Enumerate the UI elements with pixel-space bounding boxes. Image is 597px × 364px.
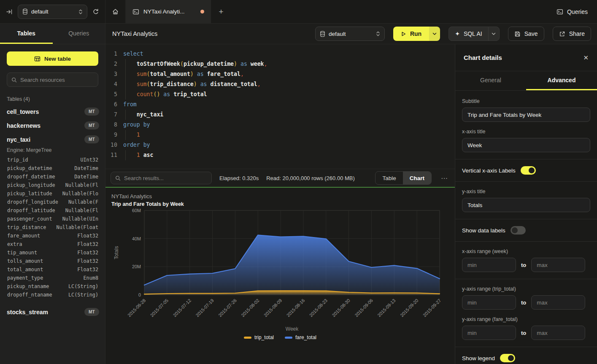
vertical-x-labels-row: Vertical x-axis Labels bbox=[462, 166, 590, 175]
terminal-icon bbox=[132, 8, 139, 15]
line-number: 11 bbox=[105, 150, 123, 160]
panel-title: Chart details bbox=[464, 54, 502, 61]
table-row-cell_towers[interactable]: cell_towersMT bbox=[0, 105, 105, 119]
table-row-hackernews[interactable]: hackernewsMT bbox=[0, 119, 105, 132]
sql-line-4[interactable]: 4 sum(trip_distance) as distance_total, bbox=[105, 79, 455, 89]
close-icon[interactable]: ✕ bbox=[583, 54, 589, 62]
y-range-trip-min-input[interactable] bbox=[462, 295, 516, 310]
more-options-icon[interactable]: ⋯ bbox=[439, 174, 450, 182]
terminal-icon bbox=[556, 8, 563, 15]
legend-item-fare_total[interactable]: fare_total bbox=[285, 334, 316, 340]
subtitle-input[interactable] bbox=[462, 108, 590, 122]
svg-text:2015-08-02: 2015-08-02 bbox=[240, 298, 260, 318]
sql-line-6[interactable]: 6from bbox=[105, 100, 455, 110]
query-toolbar: NYTaxi Analytics default bbox=[105, 24, 597, 44]
share-icon bbox=[559, 31, 565, 37]
y-axis-title-input[interactable] bbox=[462, 198, 590, 212]
share-button[interactable]: Share bbox=[553, 27, 591, 41]
save-label: Save bbox=[524, 30, 538, 37]
sql-line-7[interactable]: 7 nyc_taxi bbox=[105, 110, 455, 120]
view-toggle-chart[interactable]: Chart bbox=[403, 172, 431, 184]
svg-text:2015-06-28: 2015-06-28 bbox=[127, 298, 147, 318]
panel-tab-advanced[interactable]: Advanced bbox=[526, 71, 597, 90]
table-row-nyc_taxi[interactable]: nyc_taxiMT bbox=[0, 132, 105, 146]
divider bbox=[455, 219, 597, 219]
svg-text:40M: 40M bbox=[132, 236, 141, 241]
y-axis-range-trip-label: y-axis range (trip_total) bbox=[462, 286, 590, 292]
y-axis-range-fare-label: y-axis range (fare_total) bbox=[462, 316, 590, 322]
column-row-tip_amount: tip_amountFloat32 bbox=[0, 248, 105, 257]
sql-line-10[interactable]: 10order by bbox=[105, 140, 455, 150]
sidebar-tab-queries[interactable]: Queries bbox=[53, 24, 105, 44]
svg-text:2015-07-12: 2015-07-12 bbox=[172, 298, 192, 318]
sql-line-11[interactable]: 11 1 asc bbox=[105, 150, 455, 160]
range-to-label: to bbox=[521, 262, 526, 268]
sql-ai-label: SQL AI bbox=[464, 30, 482, 37]
sql-line-2[interactable]: 2 toStartOfWeek(pickup_datetime) as week… bbox=[105, 59, 455, 69]
query-tab[interactable]: NYTaxi Analyti... bbox=[126, 0, 211, 23]
search-resources-input[interactable] bbox=[20, 77, 95, 83]
search-results-input[interactable] bbox=[124, 175, 207, 181]
view-toggle: Table Chart bbox=[375, 171, 432, 185]
line-number: 8 bbox=[105, 120, 123, 130]
sql-ai-chevron[interactable] bbox=[488, 27, 499, 40]
x-range-max-input[interactable] bbox=[531, 258, 585, 272]
show-legend-label: Show legend bbox=[462, 355, 495, 361]
home-button[interactable] bbox=[105, 0, 126, 23]
engine-badge: MT bbox=[84, 308, 99, 316]
svg-text:2015-08-09: 2015-08-09 bbox=[263, 298, 283, 318]
tables-list: cell_towersMThackernewsMTnyc_taxiMTEngin… bbox=[0, 105, 105, 364]
view-toggle-table[interactable]: Table bbox=[375, 172, 403, 184]
column-row-pickup_datetime: pickup_datetimeDateTime bbox=[0, 164, 105, 173]
svg-text:2015-08-30: 2015-08-30 bbox=[331, 298, 351, 318]
sparkle-icon: ✦ bbox=[455, 30, 460, 37]
sql-line-9[interactable]: 9 1 bbox=[105, 130, 455, 140]
table-name: cell_towers bbox=[7, 108, 39, 115]
y-range-fare-min-input[interactable] bbox=[462, 326, 516, 340]
x-axis-range-group: x-axis range (week) to bbox=[462, 248, 590, 272]
column-row-tolls_amount: tolls_amountFloat32 bbox=[0, 257, 105, 265]
sql-ai-button[interactable]: ✦ SQL AI bbox=[448, 27, 500, 41]
svg-text:60M: 60M bbox=[132, 208, 141, 213]
chart-legend: trip_totalfare_total bbox=[111, 334, 449, 340]
search-icon bbox=[11, 77, 17, 83]
show-data-labels-toggle[interactable] bbox=[511, 226, 526, 235]
x-axis-title-input[interactable] bbox=[462, 138, 590, 152]
sql-line-1[interactable]: 1select bbox=[105, 49, 455, 59]
query-database-selector[interactable]: default bbox=[315, 27, 385, 41]
new-tab-button[interactable]: + bbox=[211, 0, 231, 23]
svg-text:2015-09-20: 2015-09-20 bbox=[399, 298, 419, 318]
new-table-button[interactable]: New table bbox=[7, 51, 98, 66]
range-to-label: to bbox=[521, 299, 526, 306]
sql-line-8[interactable]: 8group by bbox=[105, 120, 455, 130]
show-legend-row: Show legend bbox=[462, 354, 590, 362]
panel-tab-general[interactable]: General bbox=[455, 71, 526, 90]
refresh-icon[interactable] bbox=[92, 8, 99, 15]
run-button[interactable]: Run bbox=[393, 27, 440, 41]
engine-badge: MT bbox=[84, 135, 99, 143]
svg-text:2015-09-06: 2015-09-06 bbox=[354, 298, 374, 318]
sql-line-5[interactable]: 5 count() as trip_total bbox=[105, 89, 455, 100]
save-button[interactable]: Save bbox=[508, 27, 544, 41]
run-options-chevron[interactable] bbox=[429, 27, 440, 41]
database-selector-value: default bbox=[31, 8, 49, 15]
legend-item-trip_total[interactable]: trip_total bbox=[244, 334, 274, 340]
y-range-fare-max-input[interactable] bbox=[531, 326, 585, 340]
sql-line-3[interactable]: 3 sum(total_amount) as fare_total, bbox=[105, 69, 455, 79]
vertical-x-labels-label: Vertical x-axis Labels bbox=[462, 167, 516, 174]
column-row-dropoff_latitude: dropoff_latitudeNullable(Fl bbox=[0, 206, 105, 215]
line-number: 9 bbox=[105, 130, 123, 140]
y-range-trip-max-input[interactable] bbox=[531, 295, 585, 310]
vertical-x-labels-toggle[interactable] bbox=[521, 166, 536, 175]
database-icon bbox=[320, 31, 325, 37]
x-range-min-input[interactable] bbox=[462, 258, 516, 272]
column-row-dropoff_ntaname: dropoff_ntanameLC(String) bbox=[0, 291, 105, 299]
table-row-stocks_stream[interactable]: stocks_streamMT bbox=[0, 305, 105, 319]
divider bbox=[455, 347, 597, 347]
sidebar-tab-tables[interactable]: Tables bbox=[0, 24, 53, 44]
collapse-sidebar-icon[interactable] bbox=[6, 8, 13, 15]
sql-editor[interactable]: 1select2 toStartOfWeek(pickup_datetime) … bbox=[105, 44, 455, 169]
database-selector[interactable]: default bbox=[18, 5, 87, 19]
queries-link[interactable]: Queries bbox=[547, 0, 597, 23]
show-legend-toggle[interactable] bbox=[500, 354, 515, 362]
